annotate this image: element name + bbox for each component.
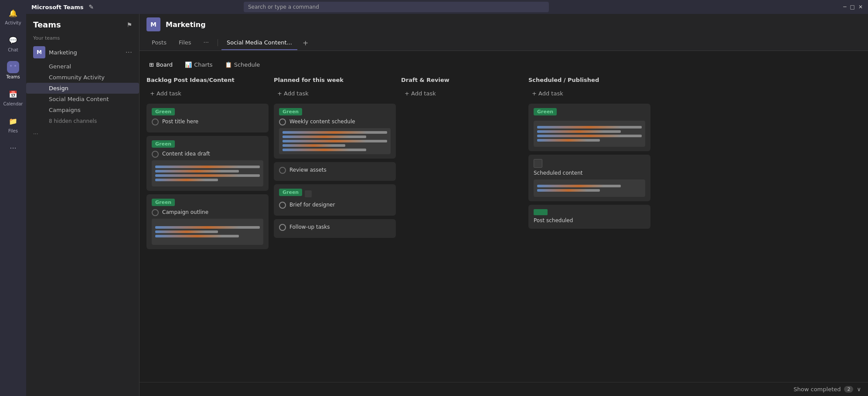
task-checkbox[interactable] (279, 224, 286, 231)
task-image (152, 219, 263, 245)
tab-planner[interactable]: Social Media Content... (221, 36, 297, 50)
calendar-icon: 📅 (7, 88, 19, 100)
image-lines (534, 123, 645, 144)
title-bar: Microsoft Teams ✎ Search or type a comma… (26, 0, 868, 14)
tag-badge: Green (152, 199, 175, 206)
image-line (537, 189, 600, 192)
task-image (279, 128, 391, 154)
channel-item-social-media[interactable]: Social Media Content (26, 94, 139, 105)
image-line (155, 174, 260, 177)
add-tab-button[interactable]: + (299, 37, 312, 49)
task-card[interactable]: Green Brief for designer (274, 184, 396, 216)
task-checkbox[interactable] (279, 167, 286, 174)
channel-name: Marketing (166, 20, 206, 29)
channel-tabs-row: Posts Files ··· Social Media Content... … (146, 35, 861, 51)
hidden-channels-label[interactable]: 8 hidden channels (26, 115, 139, 127)
team-avatar: M (33, 46, 45, 58)
maximize-icon[interactable]: □ (850, 4, 855, 10)
task-card-top: Review assets (279, 166, 391, 174)
task-card[interactable]: Green Post title here (146, 104, 269, 132)
rail-item-teams[interactable]: Teams (2, 58, 24, 83)
task-card[interactable]: Green Weekly content schedule (274, 104, 396, 159)
channel-item-community-activity[interactable]: Community Activity (26, 72, 139, 83)
task-card[interactable]: Follow-up tasks (274, 219, 396, 238)
image-line (283, 135, 366, 138)
charts-view-button[interactable]: 📊 Charts (182, 60, 215, 70)
team-header[interactable]: M Marketing ··· (26, 44, 139, 61)
tab-posts[interactable]: Posts (146, 36, 172, 50)
task-title: Post scheduled (534, 217, 573, 223)
rail-label-files: Files (8, 129, 18, 133)
rail-item-more[interactable]: ··· (2, 139, 24, 159)
channel-team-icon: M (146, 17, 160, 31)
file-icon (534, 159, 542, 168)
task-image (534, 121, 645, 147)
task-checkbox[interactable] (152, 118, 159, 125)
task-image (534, 179, 645, 197)
add-task-planned[interactable]: + Add task (274, 88, 396, 99)
tab-extra[interactable]: ··· (198, 36, 214, 50)
chevron-down-icon[interactable]: ∨ (857, 386, 861, 393)
rail-item-calendar[interactable]: 📅 Calendar (2, 85, 24, 110)
channel-item-general[interactable]: General (26, 61, 139, 72)
tab-files[interactable]: Files (174, 36, 197, 50)
sidebar-title: Teams (33, 20, 61, 29)
rail-item-activity[interactable]: 🔔 Activity (2, 3, 24, 29)
task-card[interactable]: Green Content idea draft (146, 136, 269, 191)
filter-icon[interactable]: ⚑ (126, 21, 132, 28)
task-card-top: Content idea draft (152, 150, 263, 158)
more-icon: ··· (7, 142, 19, 154)
channel-item-campaigns[interactable]: Campaigns (26, 105, 139, 115)
minimize-icon[interactable]: ─ (843, 4, 846, 10)
close-icon[interactable]: ✕ (858, 4, 863, 10)
rail-label-calendar: Calendar (3, 102, 23, 106)
schedule-view-button[interactable]: 📋 Schedule (222, 60, 263, 70)
col-header-scheduled: Scheduled / Published (528, 77, 650, 88)
show-completed-count: 2 (844, 386, 853, 393)
task-image (152, 160, 263, 186)
team-more-button[interactable]: ··· (126, 48, 132, 57)
image-lines (152, 163, 263, 184)
task-card[interactable]: Review assets (274, 162, 396, 181)
rail-item-chat[interactable]: 💬 Chat (2, 30, 24, 56)
channel-top-row: M Marketing (146, 14, 861, 35)
board-area[interactable]: ⊞ Board 📊 Charts 📋 Schedule B (140, 51, 868, 382)
add-task-scheduled[interactable]: + Add task (528, 88, 650, 99)
add-task-backlog[interactable]: + Add task (146, 88, 269, 99)
svg-point-1 (12, 64, 14, 66)
image-line (155, 166, 260, 168)
image-line (537, 126, 642, 129)
add-task-draft[interactable]: + Add task (401, 88, 523, 99)
task-title: Follow-up tasks (289, 223, 391, 231)
task-card[interactable]: Scheduled content (528, 155, 650, 201)
image-line (155, 226, 260, 229)
board-view-button[interactable]: ⊞ Board (146, 60, 175, 70)
tag-badge: Green (152, 140, 175, 148)
show-completed-button[interactable]: Show completed (793, 386, 841, 393)
col-header-planned: Planned for this week (274, 77, 396, 88)
image-line (537, 130, 621, 133)
rail-label-teams: Teams (6, 74, 20, 79)
task-title: Campaign outline (162, 209, 263, 216)
col-header-draft: Draft & Review (401, 77, 523, 88)
task-card[interactable]: Green Campaign outline (146, 194, 269, 249)
rail-label-chat: Chat (8, 47, 18, 52)
channel-item-design[interactable]: Design (26, 83, 139, 94)
task-checkbox[interactable] (152, 209, 159, 216)
rail-item-files[interactable]: 📁 Files (2, 112, 24, 137)
image-line (155, 170, 239, 173)
task-card[interactable]: Green (528, 104, 650, 151)
channel-list: General Community Activity Design Social… (26, 61, 139, 115)
task-checkbox[interactable] (279, 118, 286, 125)
more-apps-label[interactable]: ··· (26, 127, 139, 142)
task-checkbox[interactable] (279, 202, 286, 209)
tab-separator (218, 39, 218, 46)
task-title: Weekly content schedule (289, 118, 391, 125)
task-card[interactable]: Post scheduled (528, 205, 650, 229)
image-line (155, 179, 218, 181)
edit-icon[interactable]: ✎ (89, 3, 94, 10)
search-bar[interactable]: Search or type a command (244, 2, 549, 12)
task-checkbox[interactable] (152, 151, 159, 158)
activity-icon: 🔔 (7, 7, 19, 19)
svg-point-3 (14, 65, 16, 67)
